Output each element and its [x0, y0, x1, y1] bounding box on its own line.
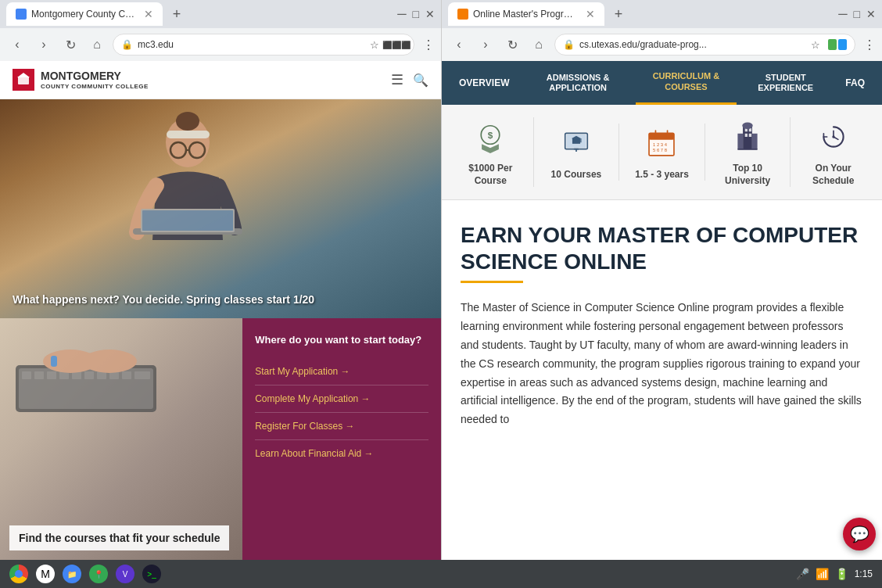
vpn-app-icon[interactable]: V [116, 565, 134, 583]
right-forward-btn[interactable]: › [475, 34, 497, 56]
battery-icon: 🔋 [835, 568, 848, 580]
building-icon [728, 117, 767, 156]
link-register-classes[interactable]: Register For Classes → [255, 413, 428, 440]
stat-schedule-label: On Your Schedule [797, 163, 869, 187]
left-favicon [16, 9, 27, 20]
chrome-menu-left[interactable]: ⋮ [422, 38, 435, 52]
close-btn[interactable]: ✕ [425, 8, 435, 20]
svg-rect-46 [745, 134, 748, 137]
logo-text: MONTGOMERY COUNTY COMMUNITY COLLEGE [41, 70, 149, 90]
hero-caption: What happens next? You decide. Spring cl… [13, 293, 314, 306]
maps-app-icon[interactable]: 📍 [89, 565, 108, 583]
taskbar-sys: 🎤 📶 🔋 1:15 [796, 568, 873, 580]
taskbar-apps: M 📁 📍 V >_ [9, 565, 161, 583]
left-tab-close[interactable]: ✕ [144, 8, 153, 20]
monitor-grad-icon [557, 124, 596, 163]
url-text-left: mc3.edu [138, 39, 360, 50]
svg-rect-22 [134, 371, 150, 379]
right-close-btn[interactable]: ✕ [866, 8, 876, 20]
svg-rect-42 [737, 134, 743, 149]
calendar-icon: 1 2 3 4 5 6 7 8 [642, 124, 681, 163]
svg-point-48 [742, 123, 752, 129]
right-minimize-btn[interactable]: ─ [838, 7, 847, 21]
dollar-diploma-icon: $ [471, 117, 510, 156]
left-new-tab[interactable]: + [166, 3, 188, 25]
address-bar-right[interactable]: 🔒 cs.utexas.edu/graduate-prog... ☆ [554, 34, 855, 56]
montgomery-header: MONTGOMERY COUNTY COMMUNITY COLLEGE ☰ 🔍 [0, 61, 441, 99]
url-text-right: cs.utexas.edu/graduate-prog... [579, 39, 801, 50]
mic-icon[interactable]: 🎤 [796, 568, 809, 580]
right-tab-close[interactable]: ✕ [586, 8, 595, 20]
link-complete-application[interactable]: Complete My Application → [255, 385, 428, 413]
stat-duration: 1 2 3 4 5 6 7 8 1.5 - 3 years [619, 124, 705, 181]
right-bookmark-icon[interactable]: ☆ [806, 35, 825, 54]
right-tab-active[interactable]: Online Master's Program | Depa ✕ [448, 2, 604, 26]
svg-rect-3 [167, 131, 210, 138]
stat-duration-label: 1.5 - 3 years [635, 169, 689, 181]
bottom-taskbar: M 📁 📍 V >_ 🎤 📶 🔋 1:15 [0, 560, 882, 588]
svg-text:$: $ [488, 130, 493, 140]
nav-student[interactable]: STUDENT EXPERIENCE [740, 61, 831, 105]
logo-icon [13, 69, 34, 91]
hamburger-icon[interactable]: ☰ [391, 71, 403, 88]
svg-rect-14 [34, 371, 44, 379]
stat-cost-label: $1000 Per Course [454, 163, 527, 187]
back-btn[interactable]: ‹ [6, 34, 28, 56]
forward-btn[interactable]: › [33, 34, 55, 56]
svg-rect-13 [22, 371, 31, 379]
maximize-btn[interactable]: □ [413, 8, 419, 20]
left-tab-active[interactable]: Montgomery County Community ✕ [6, 2, 163, 26]
lock-icon: 🔒 [121, 39, 133, 50]
right-new-tab[interactable]: + [608, 3, 629, 25]
nav-faq[interactable]: FAQ [834, 61, 876, 105]
bookmark-icon[interactable]: ☆ [365, 35, 384, 54]
svg-rect-25 [51, 356, 57, 367]
title-underline [461, 281, 523, 283]
card-right: Where do you want to start today? Start … [242, 318, 441, 560]
wifi-icon: 📶 [816, 568, 829, 580]
reload-btn[interactable]: ↻ [59, 34, 81, 56]
main-title: EARN YOUR MASTER OF COMPUTER SCIENCE ONL… [461, 222, 863, 274]
svg-rect-45 [749, 128, 751, 131]
nav-curriculum[interactable]: CURRICULUM & COURSES [636, 61, 737, 105]
chrome-menu-right[interactable]: ⋮ [863, 38, 876, 52]
svg-marker-1 [17, 73, 30, 77]
svg-rect-0 [18, 77, 29, 84]
svg-rect-43 [752, 134, 758, 149]
svg-point-4 [176, 112, 199, 131]
montgomery-logo: MONTGOMERY COUNTY COMMUNITY COLLEGE [13, 69, 149, 91]
chat-bubble[interactable]: 💬 [843, 518, 876, 550]
link-start-application[interactable]: Start My Application → [255, 358, 428, 385]
link-financial-aid[interactable]: Learn About Financial Aid → [255, 440, 428, 467]
hero-section: What happens next? You decide. Spring cl… [0, 99, 441, 318]
right-maximize-btn[interactable]: □ [854, 8, 860, 20]
svg-point-24 [82, 350, 137, 373]
svg-point-52 [832, 135, 834, 138]
search-icon[interactable]: 🔍 [413, 73, 428, 88]
nav-overview[interactable]: OVERVIEW [448, 61, 520, 105]
minimize-btn[interactable]: ─ [397, 7, 406, 21]
home-btn[interactable]: ⌂ [86, 34, 108, 56]
chrome-app-icon[interactable] [9, 565, 28, 583]
right-back-btn[interactable]: ‹ [448, 34, 470, 56]
extension-icons[interactable]: ⬛⬛⬛ [387, 35, 406, 54]
address-bar-left[interactable]: 🔒 mc3.edu ☆ ⬛⬛⬛ [113, 34, 414, 56]
gmail-app-icon[interactable]: M [36, 565, 55, 583]
right-home-btn[interactable]: ⌂ [528, 34, 550, 56]
terminal-app-icon[interactable]: >_ [142, 565, 161, 583]
right-lock-icon: 🔒 [563, 39, 575, 50]
svg-rect-47 [749, 134, 751, 137]
stat-ranking-label: Top 10 University [712, 163, 784, 187]
cards-section: Find the courses that fit your schedule … [0, 318, 441, 560]
card-image-text: Find the courses that fit your schedule [9, 525, 229, 550]
stat-cost: $ $1000 Per Course [448, 117, 534, 187]
files-app-icon[interactable]: 📁 [63, 565, 81, 583]
main-body: The Master of Science in Computer Scienc… [461, 299, 863, 429]
stat-courses-label: 10 Courses [551, 169, 602, 181]
right-favicon [457, 9, 468, 20]
stat-ranking: Top 10 University [705, 117, 791, 187]
right-reload-btn[interactable]: ↻ [501, 34, 523, 56]
right-extension-icons[interactable] [828, 35, 847, 54]
nav-admissions[interactable]: ADMISSIONS & APPLICATION [523, 61, 632, 105]
svg-text:5 6 7 8: 5 6 7 8 [654, 148, 668, 152]
